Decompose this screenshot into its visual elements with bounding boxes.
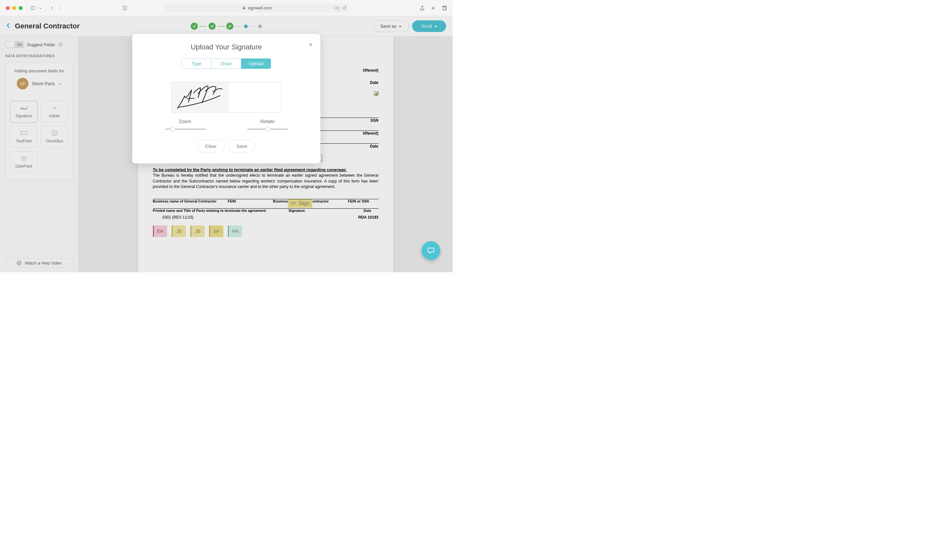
traffic-lights [6,6,23,10]
new-tab-icon[interactable] [431,6,436,11]
tab-draw[interactable]: Draw [212,58,241,69]
tab-upload[interactable]: Upload [241,58,271,69]
tab-type[interactable]: Type [182,58,212,69]
svg-rect-0 [31,6,35,10]
share-icon[interactable] [420,6,425,11]
url-text: signwell.com [248,6,272,10]
zoom-label: Zoom [179,118,191,124]
clear-button[interactable]: Clear [197,140,225,152]
signature-method-tabs: Type Draw Upload [144,58,309,69]
modal-title: Upload Your Signature [144,43,309,51]
signature-preview[interactable] [171,82,281,113]
browser-chrome: signwell.com [0,0,452,16]
chat-button[interactable] [421,241,440,260]
back-icon[interactable] [49,6,54,11]
close-window[interactable] [6,6,10,10]
zoom-slider[interactable] [165,129,205,130]
chat-icon [427,246,435,255]
minimize-window[interactable] [12,6,16,10]
tabs-icon[interactable] [442,6,447,11]
svg-rect-3 [334,6,337,9]
rotate-slider[interactable] [247,129,288,130]
save-button[interactable]: Save [228,140,256,152]
reload-icon[interactable] [342,6,347,10]
chevron-down-icon[interactable] [39,6,42,11]
svg-rect-4 [337,7,340,10]
signature-image [175,83,227,112]
url-bar[interactable]: signwell.com [165,3,349,12]
shield-icon[interactable] [122,6,127,11]
lock-icon [242,6,245,10]
forward-icon[interactable] [57,6,63,11]
chrome-nav [30,6,63,11]
modal-overlay: Upload Your Signature × Type Draw Upload… [0,16,452,272]
close-icon[interactable]: × [309,41,313,48]
maximize-window[interactable] [19,6,23,10]
rotate-label: Rotate [260,118,275,124]
upload-signature-modal: Upload Your Signature × Type Draw Upload… [132,34,320,163]
translate-icon[interactable] [334,6,340,10]
sidebar-toggle-icon[interactable] [30,6,36,11]
